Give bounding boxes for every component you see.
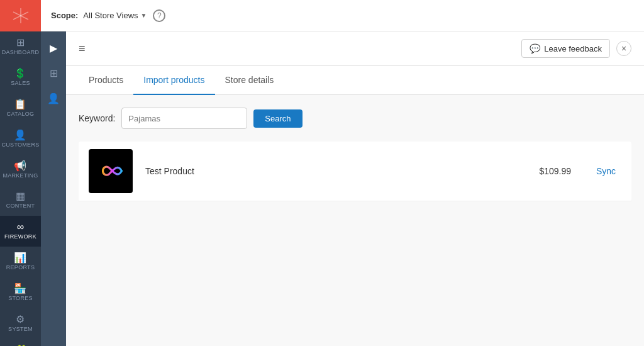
grid-icon: ⊞	[50, 67, 58, 79]
sidebar: ⊞ Dashboard 💲 Sales 📋 Catalog 👤 Customer…	[0, 0, 41, 346]
product-price: $109.99	[521, 166, 571, 176]
sidebar-item-catalog[interactable]: 📋 Catalog	[0, 93, 41, 124]
sidebar-item-content[interactable]: ▦ Content	[0, 185, 41, 216]
catalog-icon: 📋	[14, 99, 26, 109]
tab-import-products[interactable]: Import products	[133, 66, 214, 95]
feedback-icon: 💬	[530, 43, 540, 53]
sidebar-item-label: Sales	[11, 81, 30, 87]
sidebar-item-label: Customers	[1, 142, 39, 148]
sub-sidebar-grid[interactable]: ⊞	[42, 62, 65, 84]
close-button[interactable]: ×	[616, 41, 631, 56]
sidebar-item-reports[interactable]: 📊 Reports	[0, 247, 41, 277]
sidebar-item-label: Catalog	[7, 111, 35, 118]
close-icon: ×	[621, 43, 626, 53]
page-header-right: 💬 Leave feedback ×	[521, 39, 631, 58]
main-area: Scope: All Store Views ▼ ? ▶ ⊞ 👤 ≡	[41, 0, 644, 346]
help-icon[interactable]: ?	[153, 9, 165, 22]
table-row: Test Product $109.99 Sync	[79, 142, 631, 201]
main-panel: Keyword: Search	[66, 95, 644, 346]
marketing-icon: 📢	[14, 161, 26, 171]
sidebar-item-label: Reports	[6, 265, 35, 271]
sales-icon: 💲	[14, 69, 26, 79]
leave-feedback-button[interactable]: 💬 Leave feedback	[521, 39, 610, 58]
sidebar-logo	[0, 0, 41, 31]
scope-label: Scope:	[51, 11, 78, 20]
sidebar-item-label: Firework	[4, 234, 36, 240]
sidebar-item-customers[interactable]: 👤 Customers	[0, 124, 41, 155]
product-list: Test Product $109.99 Sync	[79, 142, 631, 201]
sidebar-item-sales[interactable]: 💲 Sales	[0, 62, 41, 93]
tab-products[interactable]: Products	[79, 66, 133, 95]
scope-value: All Store Views	[83, 11, 138, 20]
tab-store-details[interactable]: Store details	[215, 66, 284, 95]
tabs: Products Import products Store details	[66, 66, 644, 95]
page-content: ≡ 💬 Leave feedback × Products Im	[66, 31, 644, 346]
keyword-input[interactable]	[121, 108, 247, 129]
sub-sidebar-user[interactable]: 👤	[42, 87, 65, 109]
sidebar-item-dashboard[interactable]: ⊞ Dashboard	[0, 31, 41, 62]
sidebar-item-label: Content	[6, 203, 35, 209]
sidebar-item-label: Stores	[8, 296, 33, 302]
scope-select[interactable]: All Store Views ▼	[83, 11, 147, 20]
system-icon: ⚙	[16, 315, 25, 325]
content-icon: ▦	[16, 191, 25, 201]
content-wrapper: ▶ ⊞ 👤 ≡ 💬 Leave feedback ×	[41, 31, 644, 346]
sub-sidebar: ▶ ⊞ 👤	[41, 31, 66, 346]
sidebar-item-firework[interactable]: ∞ Firework	[0, 216, 41, 247]
sidebar-item-marketing[interactable]: 📢 Marketing	[0, 155, 41, 186]
product-thumbnail	[89, 149, 133, 193]
dashboard-icon: ⊞	[16, 38, 25, 48]
scope-dropdown-arrow: ▼	[141, 12, 147, 19]
sidebar-nav: ⊞ Dashboard 💲 Sales 📋 Catalog 👤 Customer…	[0, 31, 41, 346]
sidebar-item-stores[interactable]: 🏪 Stores	[0, 277, 41, 308]
sidebar-item-partners[interactable]: 🧩 Find Partners & Extensions	[0, 339, 41, 346]
sub-sidebar-play[interactable]: ▶	[42, 36, 65, 59]
sync-link[interactable]: Sync	[596, 166, 621, 176]
stores-icon: 🏪	[14, 284, 26, 294]
reports-icon: 📊	[14, 253, 26, 263]
search-button[interactable]: Search	[253, 109, 302, 128]
search-row: Keyword: Search	[79, 108, 631, 129]
user-icon: 👤	[47, 92, 60, 104]
sidebar-item-system[interactable]: ⚙ System	[0, 308, 41, 339]
page-header: ≡ 💬 Leave feedback ×	[66, 31, 644, 66]
firework-icon: ∞	[17, 222, 25, 232]
sidebar-item-label: Dashboard	[2, 50, 40, 56]
hamburger-menu[interactable]: ≡	[79, 42, 86, 55]
sidebar-item-label: Marketing	[3, 173, 38, 179]
keyword-label: Keyword:	[79, 113, 115, 123]
product-name: Test Product	[145, 166, 521, 176]
leave-feedback-label: Leave feedback	[544, 44, 602, 53]
topbar: Scope: All Store Views ▼ ?	[41, 0, 644, 31]
customers-icon: 👤	[14, 130, 26, 140]
play-icon: ▶	[50, 42, 57, 54]
sidebar-item-label: System	[8, 326, 33, 333]
